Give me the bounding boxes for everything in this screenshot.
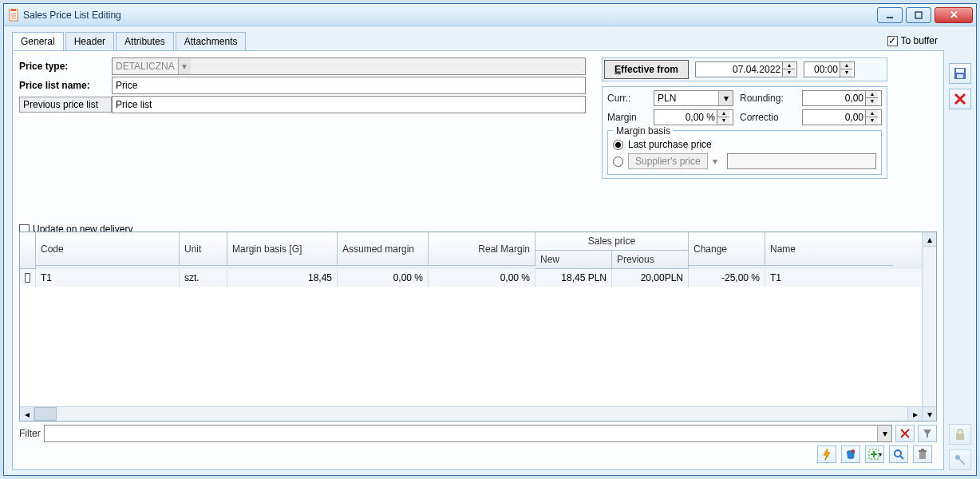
previous-price-list-value: Price list bbox=[116, 99, 152, 110]
chevron-down-icon: ▾ bbox=[877, 426, 891, 441]
price-list-name-value: Price bbox=[116, 80, 137, 91]
cell-assumed-margin: 0,00 % bbox=[338, 269, 429, 287]
tab-general[interactable]: General bbox=[12, 32, 64, 51]
col-margin-basis-header[interactable]: Margin basis [G] bbox=[227, 232, 338, 266]
supplier-price-dropdown: Supplier's price bbox=[628, 153, 708, 169]
scroll-right-icon[interactable]: ▸ bbox=[907, 407, 922, 421]
pin-button[interactable] bbox=[949, 449, 971, 470]
effective-date-spinner[interactable]: ▴▾ bbox=[695, 61, 797, 77]
rounding-input[interactable] bbox=[803, 91, 865, 105]
svg-rect-6 bbox=[915, 12, 922, 18]
filter-clear-button[interactable] bbox=[895, 425, 915, 442]
lightning-button[interactable] bbox=[817, 445, 836, 463]
scroll-down-icon[interactable]: ▾ bbox=[923, 406, 936, 421]
add-button[interactable]: ▾ bbox=[865, 445, 884, 463]
svg-rect-21 bbox=[957, 74, 963, 78]
previous-price-list-button[interactable]: Previous price list bbox=[19, 97, 112, 113]
scroll-left-icon[interactable]: ◂ bbox=[20, 407, 34, 421]
margin-basis-last-purchase-radio[interactable]: Last purchase price bbox=[613, 139, 876, 150]
price-type-label: Price type: bbox=[19, 61, 112, 72]
effective-time-spinner[interactable]: ▴▾ bbox=[804, 61, 855, 77]
effective-time-input[interactable] bbox=[804, 62, 840, 77]
delete-button[interactable] bbox=[913, 445, 932, 463]
effective-date-input[interactable] bbox=[696, 62, 782, 77]
filter-row: Filter ▾ bbox=[19, 425, 937, 442]
svg-rect-20 bbox=[956, 69, 964, 73]
col-assumed-margin-header[interactable]: Assumed margin bbox=[338, 232, 429, 266]
vertical-scrollbar[interactable]: ▴ ▾ bbox=[922, 232, 936, 421]
spinner-buttons[interactable]: ▴▾ bbox=[865, 110, 878, 125]
spinner-buttons[interactable]: ▴▾ bbox=[782, 62, 795, 77]
general-panel: Price type: DETALICZNA ▾ Price list name… bbox=[12, 50, 944, 470]
cell-name: T1 bbox=[765, 269, 893, 287]
col-change-header[interactable]: Change bbox=[689, 232, 765, 266]
tab-attributes[interactable]: Attributes bbox=[116, 32, 174, 51]
margin-basis-legend: Margin basis bbox=[613, 125, 674, 137]
price-type-value: DETALICZNA bbox=[116, 61, 175, 72]
cell-new: 18,45 PLN bbox=[535, 269, 612, 287]
correction-spinner[interactable]: ▴▾ bbox=[802, 109, 882, 125]
lock-button[interactable] bbox=[949, 424, 971, 445]
col-check[interactable] bbox=[20, 232, 36, 269]
minimize-button[interactable] bbox=[877, 7, 903, 23]
close-button[interactable]: ✕ bbox=[935, 7, 973, 23]
cell-margin-basis: 18,45 bbox=[227, 269, 338, 287]
cancel-button[interactable] bbox=[949, 89, 971, 109]
cell-unit: szt. bbox=[180, 269, 227, 287]
cell-real-margin: 0,00 % bbox=[429, 269, 535, 287]
filter-settings-button[interactable] bbox=[918, 425, 937, 442]
margin-basis-supplier-radio[interactable]: Supplier's price ▾ bbox=[613, 153, 876, 169]
col-name-header[interactable]: Name bbox=[765, 232, 893, 266]
svg-rect-17 bbox=[919, 450, 927, 452]
horizontal-scrollbar[interactable]: ◂ ▸ bbox=[20, 406, 922, 421]
margin-input[interactable] bbox=[654, 110, 717, 125]
scroll-up-icon[interactable]: ▴ bbox=[923, 232, 936, 247]
last-purchase-label: Last purchase price bbox=[628, 139, 712, 150]
col-real-margin-header[interactable]: Real Margin bbox=[429, 232, 535, 266]
price-type-dropdown[interactable]: DETALICZNA ▾ bbox=[112, 57, 586, 75]
price-list-name-input[interactable]: Price bbox=[112, 77, 586, 94]
spinner-buttons[interactable]: ▴▾ bbox=[840, 62, 852, 77]
cell-code: T1 bbox=[36, 269, 180, 287]
to-buffer-checkbox[interactable]: ✓ To buffer bbox=[887, 35, 944, 46]
svg-rect-16 bbox=[919, 452, 926, 459]
col-new-header[interactable]: New bbox=[535, 251, 612, 269]
correction-label: Correctio bbox=[740, 112, 796, 123]
window: Sales Price List Editing ✕ General Heade… bbox=[3, 3, 977, 476]
tab-attachments[interactable]: Attachments bbox=[176, 32, 247, 51]
row-checkbox[interactable] bbox=[20, 269, 36, 287]
margin-label: Margin bbox=[607, 112, 647, 123]
currency-value: PLN bbox=[658, 93, 676, 104]
filter-label: Filter bbox=[19, 428, 41, 439]
cell-previous: 20,00PLN bbox=[612, 269, 689, 287]
correction-input[interactable] bbox=[803, 110, 865, 125]
titlebar: Sales Price List Editing ✕ bbox=[4, 4, 976, 26]
maximize-button[interactable] bbox=[906, 7, 931, 23]
filter-input[interactable]: ▾ bbox=[44, 425, 892, 442]
supplier-price-input bbox=[727, 153, 876, 169]
spinner-buttons[interactable]: ▴▾ bbox=[865, 91, 878, 105]
spinner-buttons[interactable]: ▴▾ bbox=[717, 110, 729, 125]
app-icon bbox=[7, 9, 20, 22]
to-buffer-label: To buffer bbox=[901, 35, 938, 46]
currency-dropdown[interactable]: PLN ▾ bbox=[654, 90, 733, 106]
previous-price-list-input[interactable]: Price list bbox=[112, 96, 586, 113]
bucket-button[interactable] bbox=[841, 445, 860, 463]
save-button[interactable] bbox=[949, 63, 971, 84]
col-code-header[interactable]: Code bbox=[36, 232, 180, 266]
svg-point-14 bbox=[895, 450, 901, 457]
col-unit-header[interactable]: Unit bbox=[180, 232, 227, 266]
col-previous-header[interactable]: Previous bbox=[612, 251, 689, 269]
margin-spinner[interactable]: ▴▾ bbox=[654, 109, 733, 125]
table-row[interactable]: T1 szt. 18,45 0,00 % 0,00 % 18,45 PLN 20… bbox=[20, 269, 922, 287]
search-button[interactable] bbox=[889, 445, 908, 463]
col-sales-price-group: Sales price bbox=[535, 232, 689, 251]
effective-from-button[interactable]: Effective from bbox=[604, 60, 689, 79]
rounding-spinner[interactable]: ▴▾ bbox=[802, 90, 882, 106]
scroll-thumb[interactable] bbox=[34, 407, 57, 421]
margin-basis-group: Margin basis Last purchase price Supplie… bbox=[607, 130, 882, 175]
grid-header: Code Unit Margin basis [G] Assumed margi… bbox=[20, 232, 922, 269]
tab-header[interactable]: Header bbox=[65, 32, 114, 51]
price-grid: Code Unit Margin basis [G] Assumed margi… bbox=[19, 232, 937, 422]
radio-icon bbox=[613, 156, 623, 167]
